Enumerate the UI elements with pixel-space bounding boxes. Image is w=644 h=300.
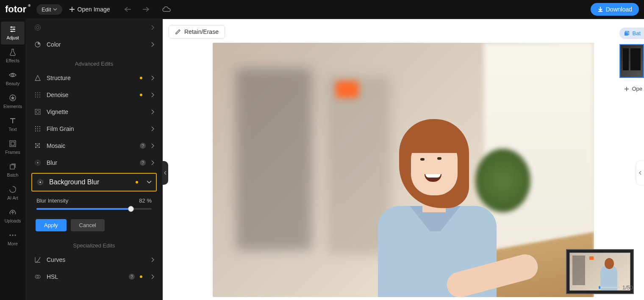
image-thumbnail[interactable]	[619, 44, 644, 78]
leftnav-text[interactable]: Text	[1, 113, 25, 136]
panel-row-mosaic[interactable]: Mosaic ?	[25, 137, 163, 154]
cloud-sync-icon[interactable]	[162, 6, 171, 13]
plus-icon	[624, 86, 629, 92]
chevron-down-icon	[147, 181, 152, 184]
redo-button[interactable]	[140, 3, 152, 15]
ai-icon	[8, 185, 17, 194]
leftnav-batch[interactable]: Batch	[1, 159, 25, 182]
help-icon[interactable]: ?	[140, 143, 146, 149]
leftnav-frames[interactable]: Frames	[1, 136, 25, 159]
canvas-image[interactable]	[213, 43, 594, 297]
right-expand-handle[interactable]	[636, 161, 644, 185]
svg-point-8	[10, 235, 11, 236]
leftnav-effects[interactable]: Effects	[1, 44, 25, 67]
more-icon	[8, 231, 17, 239]
leftnav-label: Uploads	[5, 218, 21, 223]
leftnav-label: More	[8, 241, 18, 246]
chevron-right-icon	[151, 92, 154, 97]
leftnav-label: Adjust	[6, 35, 19, 40]
retain-erase-button[interactable]: Retain/Erase	[169, 25, 225, 39]
section-advanced-edits: Advanced Edits	[25, 53, 163, 69]
download-icon	[597, 6, 603, 12]
help-icon[interactable]: ?	[129, 274, 135, 280]
logo: fotor®	[5, 4, 26, 15]
svg-rect-39	[39, 145, 40, 146]
slider-thumb[interactable]	[128, 206, 134, 212]
blur-icon	[36, 178, 44, 186]
row-label: Vignette	[47, 108, 146, 115]
leftnav-beauty[interactable]: Beauty	[1, 67, 25, 90]
svg-rect-5	[10, 141, 16, 147]
open-image-button[interactable]: Open Image	[69, 6, 110, 13]
blur-intensity-slider[interactable]	[36, 208, 152, 210]
modified-indicator	[140, 275, 142, 278]
undo-button[interactable]	[122, 3, 134, 15]
panel-row-curves[interactable]: Curves	[25, 251, 163, 268]
leftnav-label: Text	[8, 127, 17, 132]
slider-value: 82 %	[139, 197, 152, 204]
leftnav-uploads[interactable]: Uploads	[1, 205, 25, 228]
leftnav-label: Beauty	[6, 81, 20, 86]
svg-point-17	[35, 94, 36, 95]
panel-row-blur[interactable]: Blur ?	[25, 154, 163, 171]
topbar: fotor® Edit Open Image Download	[0, 0, 644, 19]
main: Adjust Effects Beauty Elements Text	[0, 19, 644, 300]
panel-row-partial[interactable]	[25, 19, 163, 36]
row-label: Curves	[47, 256, 146, 263]
svg-point-43	[37, 162, 39, 164]
svg-rect-31	[35, 131, 36, 131]
svg-rect-32	[37, 131, 38, 131]
page-scroll-indicator[interactable]	[599, 287, 620, 288]
download-button[interactable]: Download	[591, 3, 639, 16]
svg-rect-26	[37, 126, 38, 127]
svg-point-21	[37, 97, 38, 97]
leftnav-more[interactable]: More	[1, 228, 25, 250]
panel-row-vignette[interactable]: Vignette	[25, 103, 163, 120]
pencil-icon	[175, 29, 181, 35]
svg-point-9	[12, 235, 14, 236]
panel-row-background-blur[interactable]: Background Blur	[31, 173, 157, 192]
leftnav-label: Elements	[3, 104, 22, 109]
vignette-icon	[34, 108, 42, 116]
leftnav-adjust[interactable]: Adjust	[1, 22, 25, 44]
svg-rect-30	[39, 128, 40, 129]
hsl-icon	[34, 273, 42, 281]
open-chip[interactable]: Ope	[621, 84, 644, 94]
svg-rect-38	[37, 145, 38, 146]
noise-icon	[34, 91, 42, 99]
panel-row-filmgrain[interactable]: Film Grain	[25, 120, 163, 137]
svg-point-14	[35, 92, 36, 93]
svg-rect-36	[39, 143, 40, 144]
modified-indicator	[136, 181, 138, 183]
panel-row-hsl[interactable]: HSL ?	[25, 268, 163, 285]
svg-point-19	[39, 94, 40, 95]
svg-point-0	[11, 26, 12, 28]
svg-point-10	[15, 235, 16, 236]
panel-row-denoise[interactable]: Denoise	[25, 86, 163, 103]
svg-rect-34	[35, 143, 36, 144]
batch-label: Bat	[632, 30, 641, 36]
leftnav-aiart[interactable]: AI Art	[1, 182, 25, 205]
chevron-right-icon	[151, 25, 154, 30]
help-icon[interactable]: ?	[140, 160, 146, 166]
chevron-right-icon	[151, 126, 154, 131]
chevron-right-icon	[151, 75, 154, 81]
color-icon	[34, 41, 42, 48]
panel-row-color[interactable]: Color	[25, 36, 163, 53]
row-label: Mosaic	[47, 142, 133, 149]
svg-rect-33	[39, 131, 40, 131]
cancel-button[interactable]: Cancel	[71, 219, 105, 231]
svg-point-18	[37, 94, 38, 95]
apply-button[interactable]: Apply	[36, 219, 67, 231]
leftnav-elements[interactable]: Elements	[1, 90, 25, 113]
panel-collapse-handle[interactable]	[162, 161, 168, 185]
panel-row-structure[interactable]: Structure	[25, 69, 163, 86]
edit-dropdown-label: Edit	[42, 6, 51, 13]
page-text: 1/50	[622, 284, 633, 291]
batch-chip[interactable]: Bat	[619, 28, 644, 39]
edit-dropdown[interactable]: Edit	[36, 4, 62, 15]
svg-point-22	[39, 97, 40, 97]
svg-point-2	[11, 31, 13, 32]
setting-icon	[34, 24, 42, 31]
svg-point-20	[35, 97, 36, 97]
